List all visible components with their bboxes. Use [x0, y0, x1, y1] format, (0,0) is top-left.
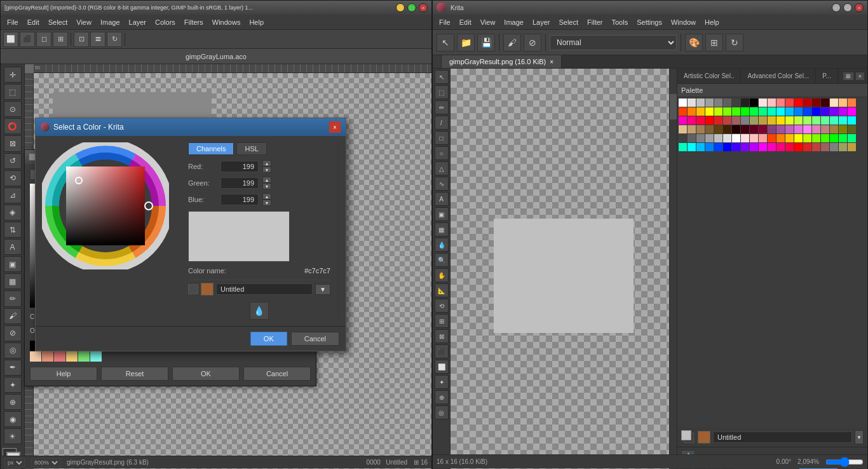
krita-swatch[interactable] [839, 134, 847, 142]
krita-panel-close-btn[interactable]: × [855, 72, 865, 81]
krita-tab-p[interactable]: P... [816, 69, 838, 83]
krita-swatch[interactable] [794, 116, 803, 125]
gimp-menu-colors[interactable]: Colors [151, 17, 179, 27]
channel-blue-input[interactable] [220, 194, 259, 205]
gimp-tool-text[interactable]: A [4, 239, 22, 255]
krita-blend-mode-select[interactable]: Normal [550, 35, 677, 50]
krita-swatch[interactable] [794, 107, 803, 116]
krita-swatch-white[interactable] [679, 99, 687, 107]
krita-close-btn[interactable]: × [855, 3, 864, 12]
fg-q-4[interactable] [66, 351, 78, 362]
channel-green-up[interactable]: ▲ [262, 177, 271, 183]
krita-swatch[interactable] [812, 116, 820, 125]
fg-q-3[interactable] [54, 351, 65, 362]
krita-swatch[interactable] [741, 125, 749, 133]
krita-swatch[interactable] [705, 143, 714, 151]
krita-swatch[interactable] [785, 134, 794, 142]
krita-swatch[interactable] [723, 134, 731, 142]
gimp-minimize-button[interactable]: − [396, 3, 405, 12]
krita-tb-refresh[interactable]: ↻ [726, 34, 743, 51]
krita-menu-window[interactable]: Window [667, 17, 700, 27]
krita-swatch[interactable] [821, 99, 829, 107]
gimp-menu-file[interactable]: File [3, 17, 22, 27]
krita-swatch[interactable] [732, 134, 740, 142]
krita-swatch[interactable] [723, 99, 731, 107]
gimp-tool-blur[interactable]: ◉ [4, 411, 22, 427]
krita-tool-pan[interactable]: ✋ [435, 268, 449, 282]
fg-ok-btn[interactable]: OK [172, 367, 240, 381]
krita-swatch[interactable] [714, 99, 722, 107]
krita-tool-pointer[interactable]: ↖ [435, 70, 449, 84]
gimp-maximize-button[interactable]: □ [407, 3, 416, 12]
krita-swatch[interactable] [830, 107, 838, 116]
krita-swatch[interactable] [696, 116, 705, 125]
krita-swatch[interactable] [732, 107, 740, 116]
krita-menu-tools[interactable]: Tools [608, 17, 632, 27]
krita-swatch[interactable] [741, 99, 749, 107]
krita-swatch[interactable] [803, 107, 811, 116]
krita-swatch[interactable] [812, 143, 820, 151]
krita-swatch[interactable] [732, 143, 740, 151]
krita-swatch[interactable] [785, 143, 794, 151]
krita-swatch[interactable] [821, 116, 829, 125]
gimp-tool-eraser[interactable]: ⊘ [4, 325, 22, 341]
krita-swatch[interactable] [723, 143, 731, 151]
gimp-tool-dodge[interactable]: ☀ [4, 428, 22, 444]
krita-swatch[interactable] [705, 107, 714, 116]
krita-menu-settings[interactable]: Settings [633, 17, 666, 27]
krita-swatch[interactable] [688, 143, 696, 151]
krita-swatch[interactable] [821, 143, 829, 151]
fg-help-btn[interactable]: Help [30, 367, 97, 381]
krita-palette-name-input[interactable] [713, 432, 852, 443]
krita-swatch[interactable] [679, 116, 687, 125]
krita-swatch[interactable] [696, 143, 705, 151]
krita-swatch[interactable] [794, 134, 803, 142]
krita-swatch[interactable] [705, 125, 714, 133]
krita-tab-left-arrow[interactable] [433, 55, 442, 68]
gimp-tool-heal[interactable]: ✦ [4, 377, 22, 393]
krita-swatch[interactable] [785, 116, 794, 125]
krita-swatch[interactable] [688, 107, 696, 116]
krita-swatch[interactable] [848, 107, 856, 116]
krita-swatch[interactable] [723, 107, 731, 116]
gimp-tool-perspective[interactable]: ◈ [4, 205, 22, 221]
krita-tb-artistic-color[interactable]: 🎨 [685, 34, 703, 51]
krita-swatch[interactable] [741, 116, 749, 125]
krita-palette-dropdown-btn[interactable]: ▼ [855, 430, 864, 444]
krita-swatch[interactable] [759, 134, 767, 142]
fg-q-6[interactable] [90, 351, 102, 362]
krita-swatch[interactable] [848, 125, 856, 133]
krita-tb-advanced-color[interactable]: ⊞ [705, 34, 723, 51]
krita-tool-warp[interactable]: ⊞ [435, 314, 449, 328]
krita-swatch[interactable] [768, 134, 776, 142]
krita-swatch[interactable] [759, 125, 767, 133]
krita-swatch[interactable] [741, 143, 749, 151]
gimp-tool-airbrush[interactable]: ◎ [4, 343, 22, 358]
gimp-menu-filters[interactable]: Filters [180, 17, 207, 27]
krita-swatch[interactable] [723, 116, 731, 125]
krita-tool-select-cont[interactable]: ⬜ [435, 360, 449, 374]
color-wheel-svg[interactable] [42, 142, 169, 269]
krita-swatch[interactable] [848, 134, 856, 142]
color-tab-channels[interactable]: Channels [188, 142, 234, 155]
gimp-menu-edit[interactable]: Edit [24, 17, 43, 27]
krita-swatch[interactable] [714, 143, 722, 151]
fg-reset-btn[interactable]: Reset [101, 367, 168, 381]
krita-swatch[interactable] [794, 99, 803, 107]
krita-maximize-btn[interactable]: □ [843, 3, 852, 12]
gimp-tool-select[interactable]: ⬚ [4, 84, 22, 100]
krita-swatch[interactable] [705, 134, 714, 142]
krita-menu-view[interactable]: View [477, 17, 499, 27]
color-dialog-eyedropper-btn[interactable]: 💧 [250, 302, 269, 320]
krita-swatch[interactable] [714, 116, 722, 125]
krita-swatch[interactable] [750, 107, 758, 116]
krita-swatch[interactable] [723, 125, 731, 133]
krita-swatch[interactable] [794, 143, 803, 151]
krita-swatch[interactable] [803, 125, 811, 133]
color-dialog-palette-dropdown[interactable]: ▼ [315, 284, 330, 295]
gimp-tool-blend[interactable]: ▦ [4, 273, 22, 289]
krita-swatch[interactable] [812, 99, 820, 107]
channel-green-input[interactable] [220, 177, 259, 189]
krita-panel-float-btn[interactable]: ⊞ [843, 72, 854, 81]
krita-swatch[interactable] [785, 125, 794, 133]
